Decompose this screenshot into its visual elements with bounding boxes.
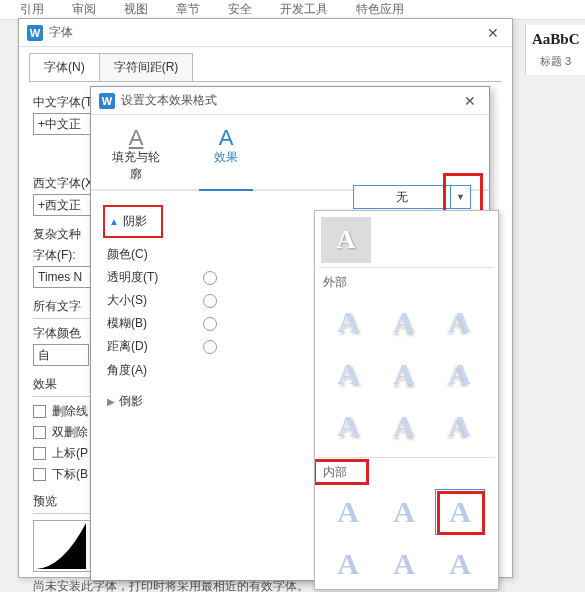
- menu-item[interactable]: 视图: [124, 1, 148, 18]
- triangle-right-icon: ▶: [107, 396, 115, 407]
- shadow-gallery: A 外部 A A A A A A A A A 内部 A A A A A A: [314, 210, 499, 590]
- style-sample: AaBbC: [532, 31, 579, 48]
- gallery-item[interactable]: A: [323, 299, 373, 345]
- tab-font[interactable]: 字体(N): [29, 53, 100, 81]
- gallery-item[interactable]: A: [435, 351, 485, 397]
- style-gallery-item[interactable]: AaBbC 标题 3: [525, 25, 585, 75]
- gallery-item[interactable]: A: [379, 489, 429, 535]
- close-icon[interactable]: ✕: [459, 93, 481, 109]
- gallery-section-outer: 外部: [319, 267, 494, 295]
- highlight-inner-label: [314, 459, 369, 485]
- gallery-item[interactable]: A: [379, 299, 429, 345]
- gallery-item[interactable]: A: [435, 541, 485, 587]
- section-shadow[interactable]: ▲阴影: [103, 205, 163, 238]
- fx-tabs: A 填充与轮廓 A 效果: [91, 115, 489, 191]
- fx-title: 设置文本效果格式: [121, 92, 459, 109]
- menu-item[interactable]: 章节: [176, 1, 200, 18]
- font-dialog-tabs: 字体(N) 字符间距(R): [19, 47, 512, 81]
- menu-item[interactable]: 开发工具: [280, 1, 328, 18]
- gallery-item[interactable]: A: [379, 541, 429, 587]
- tab-fill-outline[interactable]: A 填充与轮廓: [109, 125, 163, 189]
- font-dialog-titlebar: W 字体 ✕: [19, 19, 512, 47]
- menu-item[interactable]: 特色应用: [356, 1, 404, 18]
- effects-icon: A: [199, 125, 253, 149]
- close-icon[interactable]: ✕: [482, 25, 504, 41]
- menubar: 引用 审阅 视图 章节 安全 开发工具 特色应用: [0, 0, 585, 20]
- gallery-item[interactable]: A: [435, 403, 485, 449]
- app-icon: W: [99, 93, 115, 109]
- menu-item[interactable]: 审阅: [72, 1, 96, 18]
- font-dialog-title: 字体: [49, 24, 482, 41]
- style-name: 标题 3: [532, 54, 579, 69]
- gallery-item[interactable]: A: [379, 351, 429, 397]
- fx-titlebar: W 设置文本效果格式 ✕: [91, 87, 489, 115]
- font-color-input[interactable]: 自: [33, 344, 89, 366]
- gallery-item[interactable]: A: [323, 351, 373, 397]
- gallery-item[interactable]: A: [323, 489, 373, 535]
- letter-a-icon: A: [337, 225, 356, 255]
- triangle-down-icon: ▲: [109, 216, 119, 227]
- fill-icon: A: [109, 125, 163, 149]
- gallery-none[interactable]: A: [321, 217, 371, 263]
- menu-item[interactable]: 安全: [228, 1, 252, 18]
- preview-box: [33, 520, 91, 572]
- gallery-item[interactable]: A: [379, 403, 429, 449]
- combo-value: 无: [353, 185, 451, 209]
- highlight-combo-arrow: [443, 173, 483, 215]
- app-icon: W: [27, 25, 43, 41]
- gallery-item[interactable]: A: [323, 403, 373, 449]
- tab-effects[interactable]: A 效果: [199, 125, 253, 189]
- tab-spacing[interactable]: 字符间距(R): [99, 53, 194, 81]
- menu-item[interactable]: 引用: [20, 1, 44, 18]
- highlight-gallery-item: [437, 491, 485, 535]
- gallery-item[interactable]: A: [323, 541, 373, 587]
- gallery-item[interactable]: A: [435, 299, 485, 345]
